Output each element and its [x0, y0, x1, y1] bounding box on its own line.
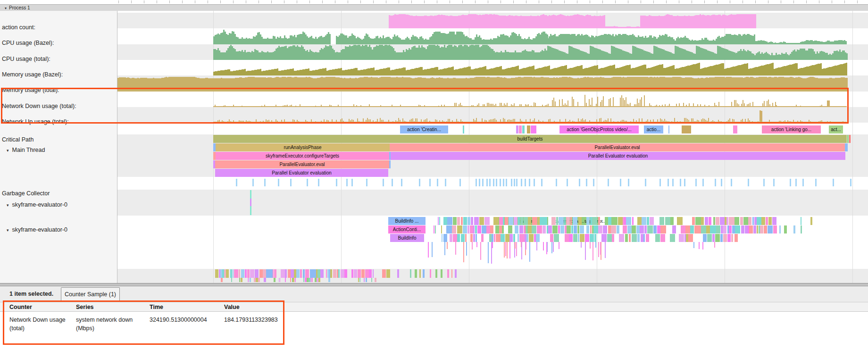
trace-slice[interactable] — [441, 225, 442, 233]
trace-slice[interactable] — [220, 269, 222, 278]
trace-slice[interactable] — [455, 242, 456, 255]
trace-slice[interactable] — [288, 269, 291, 278]
trace-slice[interactable] — [743, 217, 748, 225]
trace-slice[interactable] — [716, 217, 720, 225]
trace-slice[interactable] — [369, 269, 372, 278]
trace-slice[interactable] — [715, 234, 720, 242]
trace-slice[interactable] — [490, 225, 493, 233]
trace-slice[interactable] — [585, 242, 586, 260]
gc-tick-slice[interactable] — [383, 179, 384, 186]
gc-tick-slice[interactable] — [731, 179, 732, 186]
trace-slice[interactable] — [457, 234, 460, 242]
gc-tick-slice[interactable] — [264, 179, 266, 186]
trace-slice[interactable] — [650, 217, 653, 225]
critical-path-slice[interactable]: action 'Linking go... — [762, 125, 821, 133]
critical-path-slice[interactable]: act... — [829, 125, 843, 133]
trace-slice[interactable] — [732, 225, 735, 233]
trace-slice[interactable] — [463, 225, 467, 233]
trace-slice[interactable] — [611, 217, 617, 225]
trace-slice[interactable] — [749, 225, 753, 233]
trace-slice[interactable] — [600, 242, 601, 255]
gc-tick-slice[interactable] — [506, 179, 507, 186]
trace-slice[interactable] — [382, 269, 386, 278]
trace-slice[interactable] — [560, 225, 565, 233]
gc-tick-slice[interactable] — [541, 179, 542, 186]
critical-path-slice[interactable] — [682, 125, 691, 133]
trace-slice[interactable] — [303, 269, 305, 278]
critical-path-slice[interactable] — [668, 125, 669, 133]
trace-slice[interactable] — [660, 234, 666, 242]
gc-tick-slice[interactable] — [586, 179, 587, 186]
expand-arrow-icon[interactable]: ▾ — [7, 148, 9, 153]
trace-slice[interactable] — [723, 234, 727, 242]
gc-tick-slice[interactable] — [680, 179, 681, 186]
trace-slice[interactable] — [590, 217, 592, 225]
trace-slice[interactable] — [703, 234, 707, 242]
critical-path-slice[interactable] — [527, 125, 530, 133]
trace-slice[interactable] — [443, 234, 447, 242]
trace-slice[interactable] — [526, 225, 527, 233]
trace-slice[interactable] — [295, 278, 296, 282]
trace-slice[interactable] — [309, 278, 310, 282]
trace-slice[interactable] — [623, 225, 627, 233]
trace-slice[interactable] — [605, 217, 608, 225]
trace-slice[interactable] — [226, 269, 229, 278]
trace-slice[interactable] — [346, 269, 347, 278]
trace-slice[interactable] — [258, 278, 260, 282]
table-cell-value[interactable]: 324190.51300000004 — [150, 317, 207, 323]
critical-path-slice[interactable] — [516, 125, 518, 133]
trace-slice[interactable] — [333, 269, 336, 278]
gc-tick-slice[interactable] — [489, 179, 491, 186]
gc-tick-slice[interactable] — [850, 179, 851, 186]
gc-tick-slice[interactable] — [645, 179, 646, 186]
gc-tick-slice[interactable] — [236, 179, 237, 186]
trace-slice[interactable] — [296, 269, 300, 278]
trace-slice[interactable] — [499, 217, 503, 225]
trace-slice[interactable] — [745, 225, 748, 233]
trace-slice[interactable] — [636, 225, 640, 233]
trace-slice[interactable] — [559, 242, 559, 249]
trace-slice[interactable] — [428, 242, 429, 258]
trace-slice[interactable] — [548, 225, 552, 233]
gc-tick-slice[interactable] — [748, 179, 749, 186]
trace-slice[interactable] — [338, 269, 340, 278]
trace-slice[interactable] — [245, 269, 247, 278]
trace-slice[interactable] — [442, 234, 442, 242]
gc-tick-slice[interactable] — [833, 179, 834, 186]
trace-slice[interactable] — [735, 225, 740, 233]
trace-slice[interactable] — [617, 225, 619, 233]
table-cell-value[interactable]: Network Down usage — [9, 317, 66, 323]
gc-tick-slice[interactable] — [593, 179, 594, 186]
trace-slice[interactable] — [532, 217, 537, 225]
gc-tick-slice[interactable] — [516, 179, 517, 186]
tab-counter-sample[interactable]: Counter Sample (1) — [61, 287, 120, 302]
trace-slice[interactable] — [520, 217, 523, 225]
trace-slice[interactable] — [647, 225, 653, 233]
table-column-header[interactable]: Value — [224, 304, 240, 310]
trace-slice[interactable] — [477, 225, 481, 233]
trace-slice[interactable] — [517, 234, 519, 242]
trace-slice[interactable] — [608, 225, 611, 233]
gc-tick-slice[interactable] — [802, 179, 804, 186]
trace-slice[interactable] — [632, 234, 637, 242]
sidebar-track-label[interactable]: ▾Main Thread — [7, 147, 45, 153]
trace-slice[interactable] — [603, 225, 608, 233]
trace-slice[interactable] — [255, 269, 259, 278]
trace-slice[interactable] — [317, 269, 320, 278]
trace-slice[interactable] — [463, 242, 464, 262]
trace-slice[interactable] — [365, 269, 369, 278]
gc-tick-slice[interactable] — [445, 179, 446, 186]
critical-path-slice[interactable] — [463, 125, 464, 133]
trace-slice[interactable] — [443, 217, 447, 225]
gc-tick-slice[interactable] — [290, 179, 292, 186]
trace-slice[interactable] — [569, 234, 573, 242]
trace-slice[interactable] — [608, 217, 611, 225]
trace-slice[interactable] — [452, 225, 456, 233]
trace-slice[interactable] — [701, 225, 706, 233]
trace-slice[interactable] — [537, 225, 542, 233]
main-thread-slice[interactable]: Parallel Evaluator evaluation — [215, 169, 388, 177]
trace-slice[interactable] — [361, 269, 365, 278]
trace-slice[interactable] — [516, 242, 517, 256]
trace-slice[interactable] — [447, 217, 452, 225]
trace-slice[interactable] — [693, 242, 694, 248]
